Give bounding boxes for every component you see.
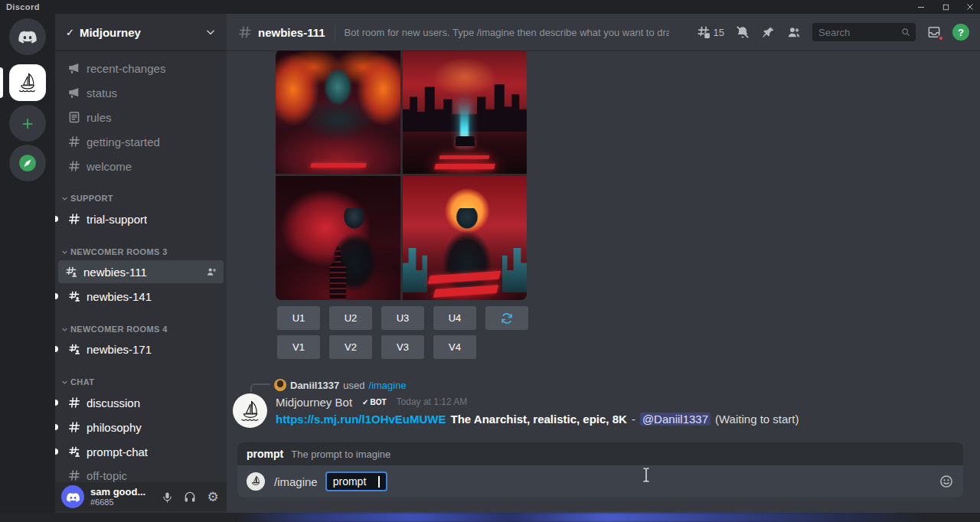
- avatar[interactable]: [61, 485, 84, 508]
- variation-3-button[interactable]: V3: [381, 335, 424, 359]
- window-title: Discord: [6, 2, 40, 11]
- generated-image-1[interactable]: [276, 50, 400, 174]
- refresh-icon: [500, 312, 514, 325]
- mouse-ibeam-cursor: [642, 467, 651, 483]
- member-list-icon[interactable]: [786, 24, 802, 40]
- invite-people-icon[interactable]: [205, 266, 217, 278]
- image-grid[interactable]: [276, 50, 527, 300]
- bottom-progress-strip: [0, 513, 980, 522]
- microphone-icon[interactable]: [159, 489, 175, 504]
- progress-glow: [0, 513, 980, 522]
- message-author[interactable]: Midjourney Bot: [276, 396, 352, 409]
- unread-pill: [55, 346, 58, 352]
- user-mention[interactable]: @Daniil1337: [640, 413, 710, 426]
- sidebar-item-rules[interactable]: rules: [61, 109, 220, 125]
- category-chat[interactable]: CHAT: [61, 377, 94, 387]
- command-text: /imagine: [274, 475, 318, 488]
- add-server-button[interactable]: +: [9, 105, 46, 142]
- sidebar-item-newbies-111[interactable]: newbies-111: [58, 260, 224, 283]
- avatar[interactable]: [233, 393, 267, 428]
- close-icon[interactable]: [965, 2, 975, 12]
- option-value: prompt: [333, 475, 367, 488]
- reply-command[interactable]: /imagine: [369, 380, 407, 391]
- car-art: [456, 136, 474, 146]
- emoji-picker-icon[interactable]: [939, 474, 954, 489]
- sidebar-item-newbies-141[interactable]: newbies-141: [61, 289, 220, 304]
- channel-name: newbies-111: [258, 26, 325, 39]
- reply-username: Daniil1337: [290, 380, 339, 391]
- explore-servers-button[interactable]: [9, 145, 46, 181]
- category-label: CHAT: [70, 377, 94, 387]
- search-box[interactable]: [812, 23, 916, 41]
- category-support[interactable]: SUPPORT: [61, 193, 113, 204]
- variation-4-button[interactable]: V4: [433, 335, 476, 359]
- reply-context[interactable]: Daniil1337 used /imagine: [274, 379, 407, 391]
- user-names[interactable]: sam good... #6685: [90, 487, 145, 507]
- poster-title-art: [439, 155, 490, 159]
- hash-icon: [67, 396, 81, 409]
- composer: prompt The prompt to imagine /imagine pr…: [237, 442, 963, 498]
- user-tag: #6685: [90, 498, 145, 507]
- sidebar-item-discussion[interactable]: discussion: [61, 395, 220, 410]
- slash-command-hint[interactable]: prompt The prompt to imagine: [237, 442, 963, 465]
- hash-icon: [237, 24, 253, 40]
- inbox-button[interactable]: [926, 24, 942, 40]
- message-prompt-text: The Anarchist, realistic, epic, 8K: [451, 413, 627, 426]
- channel-label: newbies-111: [83, 266, 147, 279]
- poster-title-art: [310, 163, 366, 168]
- gear-icon[interactable]: ⚙: [205, 489, 220, 504]
- upscale-3-button[interactable]: U3: [381, 306, 424, 330]
- prompt-option-field[interactable]: prompt: [325, 471, 388, 491]
- category-label: SUPPORT: [70, 194, 113, 203]
- chevron-down-icon: [61, 326, 68, 333]
- message-input[interactable]: /imagine prompt: [237, 465, 963, 498]
- channel-topic[interactable]: Bot room for new users. Type /imagine th…: [345, 27, 669, 38]
- variation-1-button[interactable]: V1: [277, 335, 320, 359]
- message-link[interactable]: https://s.mj.run/l1OHvEuMUWE: [276, 413, 446, 426]
- search-input[interactable]: [818, 27, 895, 38]
- sidebar-item-off-topic[interactable]: off-topic: [61, 468, 220, 483]
- sidebar-item-philosophy[interactable]: philosophy: [61, 419, 220, 435]
- sidebar-item-welcome[interactable]: welcome: [61, 158, 220, 174]
- sailboat-icon: [248, 474, 263, 489]
- search-icon: [900, 27, 911, 38]
- sidebar-item-getting-started[interactable]: getting-started: [61, 134, 220, 149]
- sidebar-item-status[interactable]: status: [61, 85, 220, 100]
- bot-avatar: [247, 472, 265, 491]
- timestamp: Today at 1:12 AM: [397, 396, 468, 407]
- upscale-2-button[interactable]: U2: [329, 306, 372, 330]
- help-button[interactable]: ?: [952, 24, 969, 41]
- server-header[interactable]: ✓ Midjourney: [55, 14, 227, 51]
- hash-icon: [67, 420, 81, 434]
- midjourney-server-button[interactable]: [9, 64, 46, 101]
- discord-home-button[interactable]: [9, 18, 46, 55]
- threads-button[interactable]: 15: [696, 24, 724, 40]
- hash-icon: [67, 159, 81, 173]
- upscale-1-button[interactable]: U1: [277, 306, 320, 330]
- minimize-icon[interactable]: [916, 2, 926, 12]
- generated-image-3[interactable]: [276, 176, 400, 300]
- channel-label: getting-started: [87, 135, 160, 148]
- upscale-4-button[interactable]: U4: [433, 306, 476, 330]
- maximize-icon[interactable]: [940, 2, 951, 12]
- channel-sidebar: ✓ Midjourney recent-changes status rules…: [55, 14, 227, 522]
- headphones-icon[interactable]: [182, 489, 198, 504]
- hash-people-icon: [67, 342, 81, 356]
- notifications-muted-icon[interactable]: [735, 24, 750, 40]
- reroll-button[interactable]: [485, 306, 528, 330]
- sailboat-icon: [236, 396, 265, 426]
- generated-image-4[interactable]: [403, 176, 528, 300]
- hash-icon: [67, 212, 81, 226]
- sidebar-item-recent-changes[interactable]: recent-changes: [61, 60, 220, 76]
- dash: -: [632, 413, 635, 426]
- category-newcomer-rooms-3[interactable]: NEWCOMER ROOMS 3: [61, 246, 168, 257]
- category-newcomer-rooms-4[interactable]: NEWCOMER ROOMS 4: [61, 324, 168, 334]
- variation-2-button[interactable]: V2: [329, 335, 372, 359]
- sidebar-item-newbies-171[interactable]: newbies-171: [61, 341, 220, 357]
- unread-pill: [55, 449, 58, 455]
- sidebar-item-trial-support[interactable]: trial-support: [61, 211, 220, 227]
- sidebar-item-prompt-chat[interactable]: prompt-chat: [61, 444, 220, 459]
- pinned-messages-icon[interactable]: [761, 25, 776, 40]
- generated-image-2[interactable]: [403, 50, 528, 174]
- discord-logo-icon: [18, 27, 38, 47]
